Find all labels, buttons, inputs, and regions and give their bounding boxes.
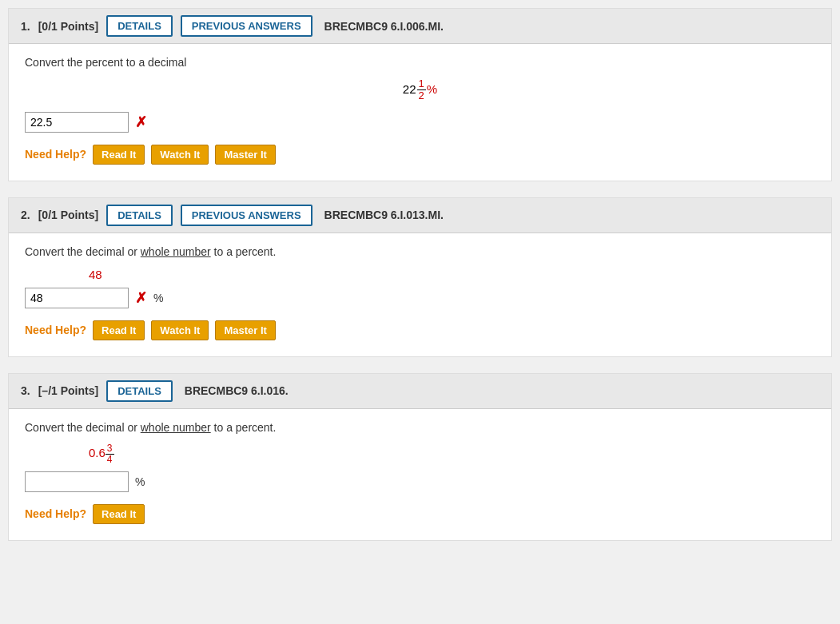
question-header-3: 3. [–/1 Points] DETAILS BRECMBC9 6.I.016…: [9, 374, 831, 409]
question-text-1: Convert the percent to a decimal: [25, 56, 815, 69]
question-code-3: BRECMBC9 6.I.016.: [185, 384, 289, 397]
need-help-row-1: Need Help? Read It Watch It Master It: [25, 145, 815, 165]
fraction-display-3: 0.634: [25, 443, 815, 465]
need-help-row-2: Need Help? Read It Watch It Master It: [25, 320, 815, 340]
input-row-3: %: [25, 471, 815, 492]
answer-input-2[interactable]: [25, 288, 129, 308]
question-number-2: 2.: [21, 209, 30, 221]
wrong-icon-1: ✗: [135, 113, 147, 131]
question-text-2: Convert the decimal or whole number to a…: [25, 245, 815, 258]
read-it-button-2[interactable]: Read It: [93, 320, 145, 340]
question-block-3: 3. [–/1 Points] DETAILS BRECMBC9 6.I.016…: [8, 373, 832, 541]
watch-it-button-1[interactable]: Watch It: [151, 145, 209, 165]
watch-it-button-2[interactable]: Watch It: [151, 320, 209, 340]
previous-answers-button-1[interactable]: PREVIOUS ANSWERS: [181, 15, 313, 37]
read-it-button-1[interactable]: Read It: [93, 145, 145, 165]
need-help-label-1: Need Help?: [25, 148, 86, 161]
input-row-2: ✗ %: [25, 288, 815, 308]
question-code-1: BRECMBC9 6.I.006.MI.: [324, 20, 444, 33]
fraction-display-1: 2212%: [25, 78, 815, 102]
details-button-1[interactable]: DETAILS: [106, 15, 173, 37]
question-body-1: Convert the percent to a decimal 2212% ✗…: [9, 44, 831, 181]
question-code-2: BRECMBC9 6.I.013.MI.: [324, 209, 444, 221]
question-number-3: 3.: [21, 384, 30, 397]
question-block-1: 1. [0/1 Points] DETAILS PREVIOUS ANSWERS…: [8, 8, 832, 181]
points-label-1: [0/1 Points]: [38, 20, 98, 33]
percent-label-2: %: [153, 292, 163, 304]
question-header-2: 2. [0/1 Points] DETAILS PREVIOUS ANSWERS…: [9, 198, 831, 233]
question-number-1: 1.: [21, 20, 30, 33]
points-label-3: [–/1 Points]: [38, 384, 98, 397]
question-body-3: Convert the decimal or whole number to a…: [9, 409, 831, 540]
points-label-2: [0/1 Points]: [38, 209, 98, 221]
master-it-button-2[interactable]: Master It: [215, 320, 275, 340]
number-display-2: 48: [25, 268, 815, 281]
details-button-3[interactable]: DETAILS: [106, 380, 173, 402]
details-button-2[interactable]: DETAILS: [106, 205, 173, 226]
question-body-2: Convert the decimal or whole number to a…: [9, 233, 831, 356]
previous-answers-button-2[interactable]: PREVIOUS ANSWERS: [181, 205, 313, 226]
master-it-button-1[interactable]: Master It: [215, 145, 275, 165]
question-text-3: Convert the decimal or whole number to a…: [25, 421, 815, 434]
answer-input-3[interactable]: [25, 471, 129, 492]
page-container: 1. [0/1 Points] DETAILS PREVIOUS ANSWERS…: [0, 0, 840, 565]
question-header-1: 1. [0/1 Points] DETAILS PREVIOUS ANSWERS…: [9, 9, 831, 44]
question-block-2: 2. [0/1 Points] DETAILS PREVIOUS ANSWERS…: [8, 197, 832, 357]
need-help-label-3: Need Help?: [25, 507, 86, 520]
wrong-icon-2: ✗: [135, 289, 147, 307]
read-it-button-3[interactable]: Read It: [93, 504, 145, 524]
need-help-label-2: Need Help?: [25, 324, 86, 336]
percent-label-3: %: [135, 475, 145, 488]
input-row-1: ✗: [25, 112, 815, 133]
answer-input-1[interactable]: [25, 112, 129, 133]
need-help-row-3: Need Help? Read It: [25, 504, 815, 524]
